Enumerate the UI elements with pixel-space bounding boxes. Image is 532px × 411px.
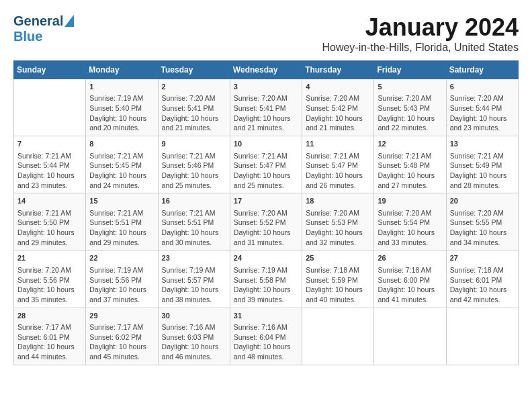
day-info: Sunrise: 7:21 AMSunset: 5:48 PMDaylight:… [378, 151, 442, 191]
logo-triangle-icon [64, 15, 74, 27]
day-number: 5 [378, 82, 442, 92]
day-info: Sunrise: 7:20 AMSunset: 5:55 PMDaylight:… [450, 208, 515, 248]
day-number: 25 [306, 253, 370, 263]
day-number: 26 [378, 253, 442, 263]
day-info: Sunrise: 7:21 AMSunset: 5:47 PMDaylight:… [306, 151, 370, 191]
day-info: Sunrise: 7:16 AMSunset: 6:04 PMDaylight:… [234, 322, 298, 362]
day-number: 3 [234, 82, 298, 92]
logo: General Blue [13, 13, 74, 44]
day-number: 12 [378, 139, 442, 149]
day-number: 20 [450, 196, 515, 206]
day-info: Sunrise: 7:18 AMSunset: 6:00 PMDaylight:… [378, 265, 442, 305]
calendar-cell: 12Sunrise: 7:21 AMSunset: 5:48 PMDayligh… [374, 136, 446, 193]
calendar-cell: 19Sunrise: 7:20 AMSunset: 5:54 PMDayligh… [374, 193, 446, 250]
day-number: 30 [162, 311, 226, 321]
calendar-cell [302, 308, 374, 365]
day-number: 27 [450, 253, 515, 263]
day-info: Sunrise: 7:21 AMSunset: 5:46 PMDaylight:… [162, 151, 226, 191]
day-info: Sunrise: 7:21 AMSunset: 5:51 PMDaylight:… [162, 208, 226, 248]
day-info: Sunrise: 7:21 AMSunset: 5:51 PMDaylight:… [89, 208, 154, 248]
day-number: 16 [162, 196, 226, 206]
day-info: Sunrise: 7:20 AMSunset: 5:52 PMDaylight:… [234, 208, 298, 248]
day-info: Sunrise: 7:19 AMSunset: 5:56 PMDaylight:… [89, 265, 154, 305]
calendar-week-4: 21Sunrise: 7:20 AMSunset: 5:56 PMDayligh… [14, 250, 519, 308]
day-number: 22 [89, 253, 154, 263]
day-number: 9 [162, 139, 226, 149]
day-info: Sunrise: 7:21 AMSunset: 5:47 PMDaylight:… [234, 151, 298, 191]
calendar-cell [374, 308, 446, 365]
calendar-week-1: 1Sunrise: 7:19 AMSunset: 5:40 PMDaylight… [14, 79, 519, 136]
calendar-cell: 17Sunrise: 7:20 AMSunset: 5:52 PMDayligh… [230, 193, 302, 250]
calendar-body: 1Sunrise: 7:19 AMSunset: 5:40 PMDaylight… [14, 79, 519, 365]
calendar-cell: 2Sunrise: 7:20 AMSunset: 5:41 PMDaylight… [158, 79, 230, 136]
calendar-header-wednesday: Wednesday [230, 61, 302, 79]
day-info: Sunrise: 7:17 AMSunset: 6:02 PMDaylight:… [89, 322, 154, 362]
day-number: 1 [89, 82, 154, 92]
calendar-header-monday: Monday [86, 61, 158, 79]
calendar-cell: 25Sunrise: 7:18 AMSunset: 5:59 PMDayligh… [302, 250, 374, 308]
day-number: 21 [17, 253, 82, 263]
day-info: Sunrise: 7:20 AMSunset: 5:56 PMDaylight:… [17, 265, 82, 305]
day-info: Sunrise: 7:20 AMSunset: 5:53 PMDaylight:… [306, 208, 370, 248]
calendar-cell: 16Sunrise: 7:21 AMSunset: 5:51 PMDayligh… [158, 193, 230, 250]
day-number: 7 [17, 139, 82, 149]
calendar-cell: 6Sunrise: 7:20 AMSunset: 5:44 PMDaylight… [446, 79, 518, 136]
calendar-cell [446, 308, 518, 365]
page-subtitle: Howey-in-the-Hills, Florida, United Stat… [322, 42, 519, 54]
day-number: 4 [306, 82, 370, 92]
calendar-week-5: 28Sunrise: 7:17 AMSunset: 6:01 PMDayligh… [14, 308, 519, 365]
day-number: 15 [89, 196, 154, 206]
calendar-cell: 31Sunrise: 7:16 AMSunset: 6:04 PMDayligh… [230, 308, 302, 365]
day-number: 13 [450, 139, 515, 149]
title-area: January 2024 Howey-in-the-Hills, Florida… [322, 13, 519, 54]
page-title: January 2024 [322, 13, 519, 42]
day-number: 10 [234, 139, 298, 149]
calendar-header-sunday: Sunday [14, 61, 86, 79]
day-number: 6 [450, 82, 515, 92]
day-info: Sunrise: 7:19 AMSunset: 5:40 PMDaylight:… [89, 93, 154, 133]
day-number: 11 [306, 139, 370, 149]
calendar-week-3: 14Sunrise: 7:21 AMSunset: 5:50 PMDayligh… [14, 193, 519, 250]
day-number: 23 [162, 253, 226, 263]
calendar-cell: 20Sunrise: 7:20 AMSunset: 5:55 PMDayligh… [446, 193, 518, 250]
logo-general-text: General [13, 13, 63, 29]
calendar-cell: 24Sunrise: 7:19 AMSunset: 5:58 PMDayligh… [230, 250, 302, 308]
day-info: Sunrise: 7:21 AMSunset: 5:45 PMDaylight:… [89, 151, 154, 191]
day-number: 28 [17, 311, 82, 321]
calendar-cell: 21Sunrise: 7:20 AMSunset: 5:56 PMDayligh… [14, 250, 86, 308]
day-number: 14 [17, 196, 82, 206]
calendar-cell: 28Sunrise: 7:17 AMSunset: 6:01 PMDayligh… [14, 308, 86, 365]
day-number: 18 [306, 196, 370, 206]
calendar-cell: 15Sunrise: 7:21 AMSunset: 5:51 PMDayligh… [86, 193, 158, 250]
day-info: Sunrise: 7:20 AMSunset: 5:43 PMDaylight:… [378, 93, 442, 133]
calendar-week-2: 7Sunrise: 7:21 AMSunset: 5:44 PMDaylight… [14, 136, 519, 193]
calendar-cell: 29Sunrise: 7:17 AMSunset: 6:02 PMDayligh… [86, 308, 158, 365]
day-info: Sunrise: 7:19 AMSunset: 5:58 PMDaylight:… [234, 265, 298, 305]
calendar-cell: 22Sunrise: 7:19 AMSunset: 5:56 PMDayligh… [86, 250, 158, 308]
day-number: 24 [234, 253, 298, 263]
calendar-cell: 18Sunrise: 7:20 AMSunset: 5:53 PMDayligh… [302, 193, 374, 250]
calendar-cell: 8Sunrise: 7:21 AMSunset: 5:45 PMDaylight… [86, 136, 158, 193]
day-info: Sunrise: 7:18 AMSunset: 5:59 PMDaylight:… [306, 265, 370, 305]
calendar-cell: 1Sunrise: 7:19 AMSunset: 5:40 PMDaylight… [86, 79, 158, 136]
day-info: Sunrise: 7:20 AMSunset: 5:42 PMDaylight:… [306, 93, 370, 133]
header: General Blue January 2024 Howey-in-the-H… [13, 13, 519, 54]
day-number: 29 [89, 311, 154, 321]
calendar-header-thursday: Thursday [302, 61, 374, 79]
calendar-cell: 7Sunrise: 7:21 AMSunset: 5:44 PMDaylight… [14, 136, 86, 193]
calendar-cell: 27Sunrise: 7:18 AMSunset: 6:01 PMDayligh… [446, 250, 518, 308]
day-number: 2 [162, 82, 226, 92]
calendar-cell: 30Sunrise: 7:16 AMSunset: 6:03 PMDayligh… [158, 308, 230, 365]
day-number: 19 [378, 196, 442, 206]
calendar-cell: 23Sunrise: 7:19 AMSunset: 5:57 PMDayligh… [158, 250, 230, 308]
calendar-cell: 5Sunrise: 7:20 AMSunset: 5:43 PMDaylight… [374, 79, 446, 136]
day-info: Sunrise: 7:21 AMSunset: 5:49 PMDaylight:… [450, 151, 515, 191]
calendar-header-friday: Friday [374, 61, 446, 79]
calendar-cell: 4Sunrise: 7:20 AMSunset: 5:42 PMDaylight… [302, 79, 374, 136]
calendar-header-saturday: Saturday [446, 61, 518, 79]
day-info: Sunrise: 7:21 AMSunset: 5:44 PMDaylight:… [17, 151, 82, 191]
calendar-header-tuesday: Tuesday [158, 61, 230, 79]
calendar-header-row: SundayMondayTuesdayWednesdayThursdayFrid… [14, 61, 519, 79]
day-info: Sunrise: 7:20 AMSunset: 5:41 PMDaylight:… [162, 93, 226, 133]
calendar-cell: 13Sunrise: 7:21 AMSunset: 5:49 PMDayligh… [446, 136, 518, 193]
